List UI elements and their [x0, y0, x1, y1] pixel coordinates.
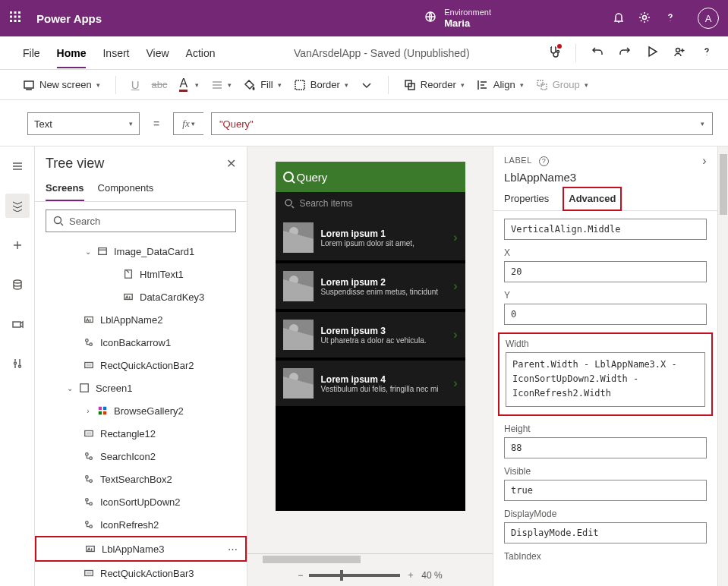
tree-item[interactable]: RectQuickActionBar2	[35, 354, 247, 376]
rail-hamburger[interactable]	[5, 154, 30, 178]
properties-tab[interactable]: Properties	[504, 187, 549, 210]
svg-rect-4	[14, 16, 17, 18]
chevron-right-icon[interactable]: ›	[453, 231, 457, 244]
tree-item[interactable]: IconBackarrow1	[35, 331, 247, 354]
advanced-tab[interactable]: Advanced	[563, 187, 622, 211]
rail-insert[interactable]	[5, 233, 30, 257]
prop-visible-value[interactable]: true	[504, 480, 707, 501]
svg-rect-32	[103, 407, 106, 410]
gallery-item[interactable]: Lorem ipsum 4Vestibulum dui felis, fring…	[276, 361, 465, 409]
tree-item[interactable]: LblAppName2	[35, 308, 247, 331]
avatar-initial: A	[705, 13, 712, 24]
new-screen-button[interactable]: New screen ▾	[23, 79, 100, 91]
fill-button[interactable]: Fill ▾	[244, 79, 282, 91]
more-icon[interactable]: ⋯	[228, 543, 238, 555]
avatar[interactable]: A	[698, 8, 719, 29]
menu-action[interactable]: Action	[186, 47, 216, 59]
item-title: Lorem ipsum 1	[321, 228, 446, 239]
prop-visible-label: Visible	[504, 466, 707, 477]
app-checker-icon[interactable]	[548, 46, 560, 61]
gallery-item[interactable]: Lorem ipsum 3Ut pharetra a dolor ac vehi…	[276, 312, 465, 361]
waffle-icon[interactable]	[9, 11, 33, 26]
zoom-slider[interactable]	[309, 574, 400, 577]
chevron-right-icon[interactable]: ›	[453, 328, 457, 342]
environment-icon	[424, 11, 436, 26]
chevron-down-icon[interactable]: ⌄	[84, 247, 93, 256]
canvas-search-bar[interactable]: Search items	[276, 192, 465, 215]
tree-item[interactable]: IconRefresh2	[35, 513, 247, 536]
help-button[interactable]	[701, 46, 713, 61]
label-icon	[123, 291, 135, 302]
chevron-down-icon[interactable]: ⌄	[65, 384, 74, 392]
tree-tab-screens[interactable]: Screens	[46, 176, 84, 201]
settings-icon[interactable]	[638, 11, 651, 26]
zoom-out-button[interactable]: −	[298, 570, 303, 581]
gallery-item[interactable]: Lorem ipsum 1Lorem ipsum dolor sit amet,…	[276, 215, 465, 263]
strikethrough-button[interactable]: abc	[151, 79, 167, 90]
zoom-in-button[interactable]: ＋	[406, 569, 415, 581]
canvas-h-scrollbar[interactable]	[247, 553, 493, 564]
rail-tools[interactable]	[5, 351, 30, 376]
border-button[interactable]: Border ▾	[294, 79, 348, 91]
tree-item[interactable]: › BrowseGallery2	[35, 399, 247, 422]
tree-item-label: LblAppName3	[102, 543, 164, 555]
align-button[interactable]: Align ▾	[477, 79, 524, 91]
chevron-right-icon[interactable]: ›	[702, 154, 707, 168]
canvas-app-title-bar[interactable]: Query	[276, 162, 465, 192]
menu-file[interactable]: File	[23, 47, 40, 59]
prop-y-value[interactable]: 0	[504, 304, 707, 325]
tree-item[interactable]: ⌄ Image_DataCard1	[35, 240, 247, 263]
format-options-button[interactable]	[361, 79, 373, 91]
prop-displaymode-value[interactable]: DisplayMode.Edit	[504, 522, 707, 543]
tree-item[interactable]: TextSearchBox2	[35, 468, 247, 490]
env-picker[interactable]: Maria	[444, 17, 491, 30]
tree-item-selected[interactable]: LblAppName3 ⋯	[35, 536, 247, 562]
menu-home[interactable]: Home	[57, 47, 87, 68]
share-button[interactable]	[673, 46, 685, 61]
prop-x-value[interactable]: 20	[504, 261, 707, 282]
tree-item[interactable]: SearchIcon2	[35, 445, 247, 468]
tree-item-screen[interactable]: ⌄ Screen1	[35, 376, 247, 399]
tree-item[interactable]: RectQuickActionBar3	[35, 562, 247, 581]
svg-rect-33	[99, 411, 102, 414]
menu-view[interactable]: View	[146, 47, 169, 59]
tree-item[interactable]: Rectangle12	[35, 422, 247, 445]
tree-item[interactable]: IconSortUpDown2	[35, 490, 247, 513]
rail-data[interactable]	[5, 273, 30, 297]
phone-canvas[interactable]: Query Search items Lorem ipsum 1Lorem ip…	[276, 162, 465, 511]
chevron-right-icon[interactable]: ›	[453, 376, 457, 390]
close-tree-icon[interactable]: ✕	[226, 156, 236, 171]
text-align-button[interactable]: ▾	[211, 79, 232, 91]
chevron-right-icon[interactable]: ›	[453, 279, 457, 293]
font-color-button[interactable]: A▾	[179, 78, 199, 92]
property-selector[interactable]: Text ▾	[27, 112, 140, 135]
prop-verticalalign-value[interactable]: VerticalAlign.Middle	[504, 219, 707, 240]
tree-item-label: BrowseGallery2	[114, 405, 184, 417]
tree-item[interactable]: DataCardKey3	[35, 285, 247, 308]
preview-button[interactable]	[646, 46, 658, 61]
menu-insert[interactable]: Insert	[102, 47, 129, 59]
gallery-item[interactable]: Lorem ipsum 2Suspendisse enim metus, tin…	[276, 263, 465, 312]
new-screen-label: New screen	[39, 79, 92, 90]
reorder-button[interactable]: Reorder ▾	[404, 79, 465, 91]
underline-button[interactable]: U	[131, 78, 140, 91]
group-button[interactable]: Group ▾	[536, 79, 588, 91]
tree-tab-components[interactable]: Components	[98, 176, 154, 201]
rail-tree-view[interactable]	[5, 194, 30, 218]
tree-item[interactable]: HtmlText1	[35, 263, 247, 285]
undo-button[interactable]	[591, 46, 604, 61]
chevron-right-icon[interactable]: ›	[84, 407, 93, 415]
notifications-icon[interactable]	[613, 11, 625, 26]
rail-media[interactable]	[5, 312, 30, 336]
item-subtitle: Ut pharetra a dolor ac vehicula.	[321, 336, 446, 345]
prop-width-value[interactable]: Parent.Width - LblAppName3.X - IconSortU…	[506, 352, 705, 407]
props-v-scrollbar[interactable]	[717, 146, 728, 586]
icon-control-icon	[84, 474, 96, 484]
formula-input[interactable]: "Query" ▾	[211, 112, 713, 135]
redo-button[interactable]	[619, 46, 631, 61]
prop-height-value[interactable]: 88	[504, 437, 707, 458]
fx-button[interactable]: fx▾	[173, 112, 203, 135]
help-icon[interactable]: ?	[539, 156, 549, 166]
tree-search-input[interactable]: Search	[46, 210, 236, 232]
help-icon[interactable]	[664, 11, 676, 26]
